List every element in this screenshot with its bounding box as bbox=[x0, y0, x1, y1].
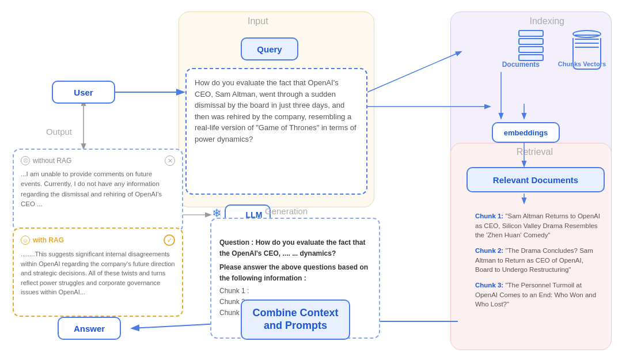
relevant-docs-node: Relevant Documents bbox=[466, 167, 605, 192]
embeddings-node: embeddings bbox=[492, 122, 560, 143]
chunks-box: Chunk 1: "Sam Altman Returns to OpenAI a… bbox=[468, 204, 609, 322]
cyl-lines bbox=[575, 35, 599, 48]
llm-instruction: Please answer the above questions based … bbox=[219, 262, 371, 283]
query-box: How do you evaluate the fact that OpenAI… bbox=[185, 68, 367, 195]
section-input-label: Input bbox=[248, 16, 268, 26]
diagram-container: Input Indexing Retrieval bbox=[0, 0, 622, 364]
document-stack bbox=[518, 30, 544, 61]
with-rag-title: ☺ with RAG bbox=[21, 236, 64, 245]
chunk-2: Chunk 2: "The Drama Concludes? Sam Altma… bbox=[475, 246, 602, 275]
doc-layer-3 bbox=[518, 46, 544, 53]
answer-node: Answer bbox=[58, 317, 121, 340]
chunk-1: Chunk 1: "Sam Altman Returns to OpenAI a… bbox=[475, 211, 602, 240]
doc-layer-2 bbox=[518, 38, 544, 45]
person-icon: ☹ bbox=[21, 156, 30, 165]
user-node: User bbox=[52, 81, 115, 104]
chunk-3: Chunk 3: "The Personnel Turmoil at OpenA… bbox=[475, 280, 602, 309]
svg-line-2 bbox=[367, 52, 461, 92]
docs-label: Documents bbox=[502, 60, 540, 69]
section-indexing-label: Indexing bbox=[530, 16, 565, 26]
with-rag-box: ☺ with RAG ✓ ........This suggests signi… bbox=[13, 227, 183, 317]
combine-node: Combine Context and Prompts bbox=[241, 299, 350, 340]
section-retrieval-label: Retrieval bbox=[517, 147, 553, 157]
cyl-labels: Chunks Vectors bbox=[558, 60, 606, 67]
output-label: Output bbox=[46, 127, 72, 136]
without-rag-text: ...I am unable to provide comments on fu… bbox=[21, 169, 175, 209]
check-icon: ✓ bbox=[164, 234, 175, 246]
happy-icon: ☺ bbox=[21, 236, 30, 245]
with-rag-text: ........This suggests significant intern… bbox=[21, 249, 175, 297]
without-rag-box: ☹ without RAG ✕ ...I am unable to provid… bbox=[13, 149, 183, 232]
llm-question: Question : How do you evaluate the fact … bbox=[219, 237, 371, 259]
without-rag-title: ☹ without RAG bbox=[21, 156, 71, 165]
close-icon: ✕ bbox=[165, 156, 175, 166]
generation-label: Generation bbox=[265, 206, 308, 216]
doc-layer-1 bbox=[518, 30, 544, 37]
combine-label: Combine Context and Prompts bbox=[252, 307, 338, 332]
query-node: Query bbox=[241, 37, 298, 60]
